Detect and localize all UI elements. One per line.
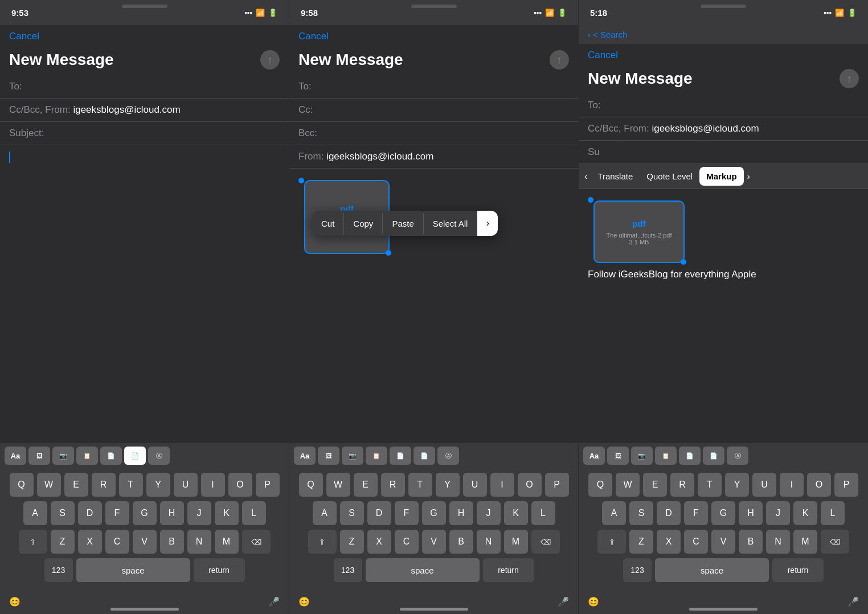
translate-btn-3[interactable]: Translate [591, 167, 640, 186]
toolbar-doc-active-1[interactable]: 📄 [124, 447, 146, 465]
toolbar-photo-2[interactable]: 🖼 [318, 447, 339, 465]
key-b-3[interactable]: B [739, 530, 763, 554]
key-space-1[interactable]: space [76, 558, 190, 582]
key-y-3[interactable]: Y [725, 473, 749, 497]
key-h-3[interactable]: H [739, 501, 763, 525]
key-z-2[interactable]: Z [340, 530, 364, 554]
toolbar-aa-1[interactable]: Aa [5, 447, 26, 465]
key-y-2[interactable]: Y [436, 473, 460, 497]
format-arrow-left-3[interactable]: ‹ [581, 171, 591, 182]
key-s-1[interactable]: S [51, 501, 75, 525]
key-t-3[interactable]: T [698, 473, 722, 497]
key-n-3[interactable]: N [766, 530, 790, 554]
key-k-3[interactable]: K [793, 501, 817, 525]
key-w-3[interactable]: W [616, 473, 640, 497]
toolbar-format-1[interactable]: 📄 [100, 447, 122, 465]
cc-field-2[interactable]: Cc: [289, 99, 578, 122]
subject-field-1[interactable]: Subject: [0, 122, 289, 145]
subject-field-3[interactable]: Su [579, 141, 868, 164]
emoji-icon-2[interactable]: 😊 [298, 596, 310, 607]
key-h-2[interactable]: H [449, 501, 473, 525]
toolbar-scan-1[interactable]: 📋 [76, 447, 98, 465]
key-nums-2[interactable]: 123 [334, 558, 362, 582]
key-w-1[interactable]: W [37, 473, 61, 497]
key-f-3[interactable]: F [684, 501, 708, 525]
key-return-1[interactable]: return [194, 558, 245, 582]
key-o-3[interactable]: O [807, 473, 831, 497]
search-back-3[interactable]: ‹ < Search [579, 25, 868, 44]
to-field-2[interactable]: To: [289, 75, 578, 99]
key-p-1[interactable]: P [256, 473, 280, 497]
toolbar-aa-2[interactable]: Aa [294, 447, 316, 465]
send-button-1[interactable]: ↑ [260, 50, 280, 69]
toolbar-scan-2[interactable]: 📋 [366, 447, 387, 465]
mail-body-3[interactable]: pdf The ultimat...tcuts-2.pdf 3.1 MB Fol… [579, 189, 868, 443]
key-z-1[interactable]: Z [51, 530, 75, 554]
key-delete-2[interactable]: ⌫ [531, 530, 560, 554]
key-g-1[interactable]: G [133, 501, 157, 525]
key-g-2[interactable]: G [422, 501, 446, 525]
key-q-2[interactable]: Q [299, 473, 323, 497]
key-p-3[interactable]: P [834, 473, 858, 497]
key-x-1[interactable]: X [78, 530, 102, 554]
key-d-3[interactable]: D [657, 501, 681, 525]
format-arrow-right-3[interactable]: › [744, 171, 754, 182]
toolbar-photo-1[interactable]: 🖼 [28, 447, 50, 465]
mic-icon-2[interactable]: 🎤 [558, 596, 569, 607]
key-u-2[interactable]: U [463, 473, 487, 497]
key-nums-3[interactable]: 123 [623, 558, 652, 582]
key-q-1[interactable]: Q [10, 473, 34, 497]
key-v-2[interactable]: V [422, 530, 446, 554]
pdf-attachment-3[interactable]: pdf The ultimat...tcuts-2.pdf 3.1 MB [593, 200, 685, 263]
toolbar-a-2[interactable]: Ⓐ [437, 447, 459, 465]
key-m-1[interactable]: M [215, 530, 239, 554]
key-o-1[interactable]: O [228, 473, 252, 497]
key-l-1[interactable]: L [242, 501, 266, 525]
key-o-2[interactable]: O [518, 473, 542, 497]
key-j-2[interactable]: J [477, 501, 501, 525]
emoji-icon-3[interactable]: 😊 [588, 596, 599, 607]
toolbar-scan-3[interactable]: 📋 [655, 447, 677, 465]
key-p-2[interactable]: P [545, 473, 569, 497]
toolbar-a-1[interactable]: Ⓐ [148, 447, 170, 465]
toolbar-photo-3[interactable]: 🖼 [607, 447, 629, 465]
key-i-3[interactable]: I [780, 473, 804, 497]
mic-icon-3[interactable]: 🎤 [847, 596, 859, 607]
key-f-2[interactable]: F [395, 501, 419, 525]
key-return-3[interactable]: return [772, 558, 824, 582]
key-c-3[interactable]: C [684, 530, 708, 554]
cancel-button-1[interactable]: Cancel [9, 31, 39, 42]
key-u-1[interactable]: U [174, 473, 198, 497]
to-field-1[interactable]: To: [0, 75, 289, 99]
key-space-2[interactable]: space [366, 558, 480, 582]
toolbar-aa-3[interactable]: Aa [583, 447, 605, 465]
key-n-2[interactable]: N [477, 530, 501, 554]
key-k-1[interactable]: K [215, 501, 239, 525]
send-button-2[interactable]: ↑ [550, 50, 569, 69]
key-delete-3[interactable]: ⌫ [821, 530, 849, 554]
key-shift-2[interactable]: ⇧ [308, 530, 337, 554]
key-z-3[interactable]: Z [629, 530, 653, 554]
key-x-2[interactable]: X [367, 530, 391, 554]
key-space-3[interactable]: space [655, 558, 769, 582]
key-m-2[interactable]: M [504, 530, 528, 554]
key-c-2[interactable]: C [395, 530, 419, 554]
key-i-1[interactable]: I [201, 473, 225, 497]
key-t-2[interactable]: T [408, 473, 432, 497]
key-r-3[interactable]: R [670, 473, 694, 497]
toolbar-camera-1[interactable]: 📷 [52, 447, 74, 465]
key-v-1[interactable]: V [133, 530, 157, 554]
key-d-2[interactable]: D [367, 501, 391, 525]
key-return-2[interactable]: return [483, 558, 534, 582]
cancel-button-3[interactable]: Cancel [588, 50, 618, 60]
paste-menu-item[interactable]: Paste [383, 213, 423, 234]
to-field-3[interactable]: To: [579, 94, 868, 117]
key-x-3[interactable]: X [657, 530, 681, 554]
key-n-1[interactable]: N [187, 530, 211, 554]
key-s-3[interactable]: S [629, 501, 653, 525]
key-a-1[interactable]: A [23, 501, 47, 525]
key-r-1[interactable]: R [92, 473, 116, 497]
key-g-3[interactable]: G [711, 501, 735, 525]
toolbar-camera-2[interactable]: 📷 [342, 447, 363, 465]
toolbar-camera-3[interactable]: 📷 [631, 447, 653, 465]
